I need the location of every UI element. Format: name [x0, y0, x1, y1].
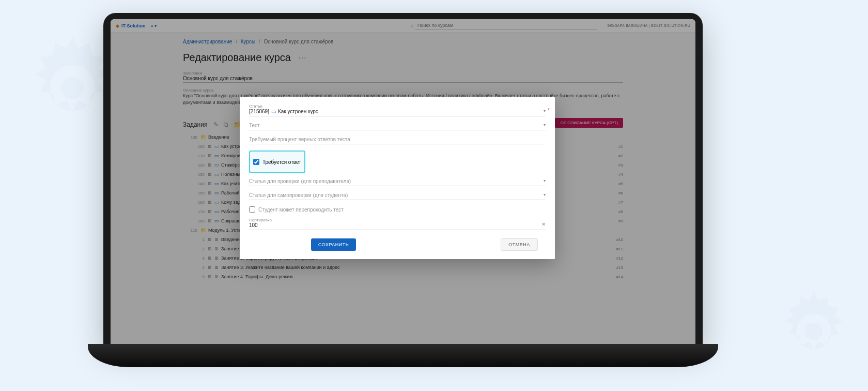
teacher-article-select[interactable]: Статья для проверки (для преподавателя) … — [249, 178, 546, 186]
book-icon: ▭ — [271, 109, 276, 114]
laptop-base — [88, 344, 718, 367]
require-answer-checkbox[interactable] — [253, 159, 259, 165]
article-field[interactable]: Статья [215069] ▭ Как устроен курс ▾ * — [249, 104, 546, 116]
app-screen: ◆ IT-Solution ≡ ▾ ⌕ ЭЛЬЗАРА ВАЛИШИНА | B… — [111, 19, 695, 344]
cancel-button[interactable]: ОТМЕНА — [501, 238, 538, 251]
can-retake-checkbox[interactable] — [249, 206, 255, 213]
can-retake-check[interactable]: Студент может перепроходить тест — [249, 206, 546, 213]
chevron-down-icon[interactable]: ▾ — [544, 192, 546, 197]
highlight-require-answer: Требуется ответ — [249, 151, 305, 173]
modal-actions: СОХРАНИТЬ ОТМЕНА — [249, 238, 546, 251]
require-answer-check[interactable]: Требуется ответ — [253, 159, 301, 165]
save-button[interactable]: СОХРАНИТЬ — [311, 238, 356, 251]
article-title: Как устроен курс — [278, 109, 318, 114]
test-select[interactable]: Тест ▾ — [249, 123, 546, 130]
percent-field[interactable]: Требуемый процент верных ответов теста — [249, 137, 546, 144]
chevron-down-icon[interactable]: ▾ — [544, 109, 546, 113]
chevron-down-icon[interactable]: ▾ — [544, 178, 546, 183]
bg-gear-icon — [770, 288, 858, 375]
article-id: [215069] — [249, 109, 269, 114]
laptop-frame: ◆ IT-Solution ≡ ▾ ⌕ ЭЛЬЗАРА ВАЛИШИНА | B… — [103, 13, 703, 344]
student-article-select[interactable]: Статья для самопроверки (для студента) ▾ — [249, 192, 546, 200]
sort-value: 100 — [249, 222, 546, 228]
edit-task-modal: Статья [215069] ▭ Как устроен курс ▾ * Т… — [240, 97, 555, 259]
chevron-down-icon[interactable]: ▾ — [544, 123, 546, 127]
clear-icon[interactable]: ✕ — [541, 221, 546, 227]
required-icon: * — [548, 108, 550, 113]
sort-field[interactable]: Сортировка 100 ✕ — [249, 218, 546, 230]
